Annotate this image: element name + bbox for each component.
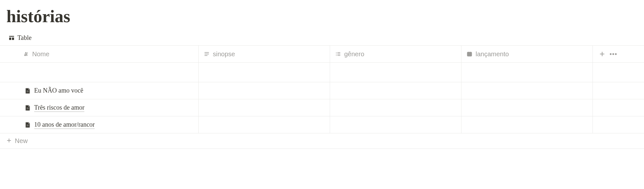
table-row[interactable]: Eu NÃO amo você — [0, 82, 644, 99]
cell-sinopse[interactable] — [199, 82, 330, 99]
new-row-button[interactable]: New — [0, 133, 644, 149]
row-title[interactable]: Três riscos de amor — [34, 104, 84, 112]
column-header-nome[interactable]: Nome — [0, 46, 199, 62]
svg-rect-2 — [204, 55, 207, 56]
row-title[interactable]: 10 anos de amor/rancor — [34, 121, 95, 129]
svg-point-3 — [336, 52, 336, 53]
multiselect-property-icon — [335, 51, 341, 57]
svg-rect-8 — [337, 55, 340, 56]
column-header-sinopse-label: sinopse — [213, 50, 235, 58]
cell-genero[interactable] — [330, 99, 461, 116]
page-icon — [24, 122, 31, 128]
column-header-genero-label: gênero — [344, 50, 364, 58]
cell-genero[interactable] — [330, 63, 461, 82]
text-property-icon — [204, 51, 210, 57]
svg-rect-4 — [337, 52, 340, 53]
cell-genero[interactable] — [330, 82, 461, 99]
cell-extra — [593, 116, 644, 133]
svg-point-5 — [336, 54, 336, 54]
table-header-row: Nome sinopse gênero lançamento — [0, 45, 644, 63]
column-header-sinopse[interactable]: sinopse — [199, 46, 330, 62]
svg-point-7 — [336, 55, 336, 56]
cell-lancamento[interactable] — [461, 63, 593, 82]
table-row[interactable] — [0, 63, 644, 82]
column-header-lancamento[interactable]: lançamento — [461, 46, 593, 62]
tab-table[interactable]: Table — [8, 34, 32, 41]
cell-nome[interactable] — [0, 63, 199, 82]
cell-lancamento[interactable] — [461, 82, 593, 99]
table-icon — [8, 35, 15, 41]
cell-extra — [593, 99, 644, 116]
cell-nome[interactable]: Três riscos de amor — [0, 99, 199, 116]
svg-rect-0 — [204, 52, 209, 53]
cell-nome[interactable]: Eu NÃO amo você — [0, 82, 199, 99]
plus-icon — [6, 137, 12, 145]
cell-lancamento[interactable] — [461, 99, 593, 116]
cell-nome[interactable]: 10 anos de amor/rancor — [0, 116, 199, 133]
cell-sinopse[interactable] — [199, 63, 330, 82]
table-row[interactable]: 10 anos de amor/rancor — [0, 116, 644, 133]
svg-rect-6 — [337, 54, 340, 54]
svg-rect-22 — [7, 140, 11, 141]
row-title[interactable]: Eu NÃO amo você — [34, 87, 83, 94]
column-options-icon[interactable]: ••• — [610, 50, 617, 58]
svg-rect-9 — [467, 52, 472, 56]
page-title[interactable]: histórias — [0, 0, 644, 33]
date-property-icon — [467, 51, 472, 57]
page-icon — [24, 87, 31, 94]
database-table: Nome sinopse gênero lançamento — [0, 45, 644, 149]
column-header-nome-label: Nome — [32, 50, 49, 58]
title-property-icon — [23, 51, 29, 57]
table-row[interactable]: Três riscos de amor — [0, 99, 644, 116]
column-header-lancamento-label: lançamento — [476, 50, 509, 58]
cell-sinopse[interactable] — [199, 116, 330, 133]
cell-lancamento[interactable] — [461, 116, 593, 133]
cell-genero[interactable] — [330, 116, 461, 133]
svg-rect-1 — [204, 54, 209, 54]
column-header-genero[interactable]: gênero — [330, 46, 461, 62]
cell-extra — [593, 82, 644, 99]
new-row-label: New — [15, 137, 28, 145]
cell-sinopse[interactable] — [199, 99, 330, 116]
page-icon — [24, 104, 31, 111]
add-column-icon[interactable] — [599, 51, 605, 57]
svg-rect-14 — [600, 54, 604, 54]
cell-extra — [593, 63, 644, 82]
tab-table-label: Table — [17, 34, 32, 41]
